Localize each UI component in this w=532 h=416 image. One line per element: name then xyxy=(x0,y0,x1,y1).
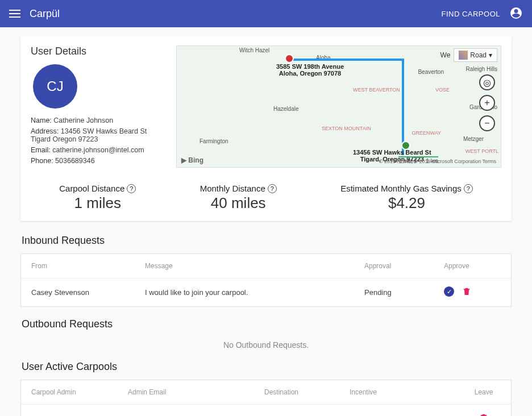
user-phone: 5036689346 xyxy=(55,157,95,165)
table-row: Catherine Johnson catherine.johnson@inte… xyxy=(21,405,511,416)
leave-button[interactable] xyxy=(467,413,501,416)
zoom-in-button[interactable]: + xyxy=(479,95,495,111)
locate-icon: ◎ xyxy=(483,77,491,88)
we-label: We xyxy=(440,51,451,59)
col-incentive: Incentive xyxy=(350,388,467,396)
inbound-approval: Pending xyxy=(364,288,444,297)
user-details-card: User Details CJ Name: Catherine Johnson … xyxy=(20,36,512,221)
outbound-title: Outbound Requests xyxy=(22,318,512,330)
col-email: Admin Email xyxy=(128,388,264,396)
col-approval: Approval xyxy=(364,262,444,270)
map-place-vose: VOSE xyxy=(435,87,450,93)
map-copyright: © 2019 HERE, © 2019 Microsoft Corporatio… xyxy=(379,159,496,164)
inbound-msg: I would like to join your carpool. xyxy=(145,288,364,297)
user-email: catherine.johnson@intel.com xyxy=(52,146,144,154)
user-email-line: Email: catherine.johnson@intel.com xyxy=(31,146,167,154)
carpool-distance-value: 1 miles xyxy=(59,194,136,212)
table-row: Casey Stevenson I would like to join you… xyxy=(21,278,511,306)
map-toolbar: We Road ▾ xyxy=(440,48,497,62)
app-bar-left: Carpül xyxy=(9,8,60,20)
stats-row: Carpool Distance ? 1 miles Monthly Dista… xyxy=(31,184,501,212)
app-bar: Carpül FIND CARPOOL xyxy=(0,0,532,27)
map-controls: ◎ + − xyxy=(479,74,495,131)
route-map[interactable]: Witch Hazel Aloha Beaverton Raleigh Hill… xyxy=(176,45,501,168)
account-icon[interactable] xyxy=(509,6,523,22)
find-carpool-link[interactable]: FIND CARPOOL xyxy=(441,10,500,18)
minus-icon: − xyxy=(484,118,489,128)
help-icon[interactable]: ? xyxy=(464,184,473,193)
map-place-greenway: GREENWAY xyxy=(412,130,441,136)
map-label-destination: 3585 SW 198th AvenueAloha, Oregon 97078 xyxy=(276,63,344,77)
chevron-down-icon: ▾ xyxy=(489,51,492,59)
map-place-hazeldale: Hazeldale xyxy=(273,106,298,112)
stat-carpool-distance: Carpool Distance ? 1 miles xyxy=(59,184,136,212)
help-icon[interactable]: ? xyxy=(127,184,136,193)
check-icon: ✓ xyxy=(447,288,452,296)
savings-value: $4.29 xyxy=(340,194,473,212)
plus-icon: + xyxy=(484,98,489,108)
col-admin: Carpool Admin xyxy=(31,388,128,396)
road-label: Road xyxy=(470,51,487,59)
stat-monthly-distance: Monthly Distance ? 40 miles xyxy=(200,184,277,212)
user-address-line: Address: 13456 SW Hawks Beard St Tigard … xyxy=(31,127,167,143)
phone-label: Phone: xyxy=(31,157,55,165)
carpool-distance-label: Carpool Distance xyxy=(59,184,124,193)
user-details-title: User Details xyxy=(31,45,167,57)
col-dest: Destination xyxy=(264,388,350,396)
map-place-raleigh: Raleigh Hills xyxy=(466,66,497,72)
map-place-witch-hazel: Witch Hazel xyxy=(239,47,269,53)
map-place-west-beaverton: WEST BEAVERTON xyxy=(353,87,400,93)
user-name: Catherine Johnson xyxy=(53,117,113,124)
map-style-select[interactable]: Road ▾ xyxy=(454,48,497,62)
monthly-distance-label: Monthly Distance xyxy=(200,184,265,193)
map-place-westport: WEST PORTL xyxy=(466,148,498,154)
zoom-out-button[interactable]: − xyxy=(479,115,495,131)
active-header-row: Carpool Admin Admin Email Destination In… xyxy=(21,380,511,405)
marker-b-icon xyxy=(285,54,294,63)
avatar: CJ xyxy=(33,64,77,109)
approve-button[interactable]: ✓ xyxy=(444,286,454,297)
map-place-beaverton: Beaverton xyxy=(418,69,444,75)
map-place-sexton: SEXTON MOUNTAIN xyxy=(322,126,371,131)
col-leave: Leave xyxy=(467,388,501,396)
active-table: Carpool Admin Admin Email Destination In… xyxy=(20,380,512,416)
user-name-line: Name: Catherine Johnson xyxy=(31,117,167,124)
inbound-title: Inbound Requests xyxy=(22,235,512,247)
inbound-header-row: From Message Approval Approve xyxy=(21,254,511,278)
map-place-metzger: Metzger xyxy=(463,136,484,142)
address-label: Address: xyxy=(31,127,61,135)
email-label: Email: xyxy=(31,146,52,154)
app-bar-right: FIND CARPOOL xyxy=(441,6,523,22)
inbound-from: Casey Stevenson xyxy=(31,288,145,297)
inbound-table: From Message Approval Approve Casey Stev… xyxy=(20,253,512,307)
col-msg: Message xyxy=(145,262,364,270)
monthly-distance-value: 40 miles xyxy=(200,194,277,212)
stat-savings: Estimated Monthly Gas Savings ? $4.29 xyxy=(340,184,473,212)
col-from: From xyxy=(31,262,145,270)
app-title: Carpül xyxy=(30,8,60,20)
delete-button[interactable] xyxy=(462,286,471,298)
name-label: Name: xyxy=(31,117,53,124)
outbound-empty: No Outbound Requests. xyxy=(20,337,512,355)
road-swatch-icon xyxy=(459,51,468,60)
route-segment xyxy=(290,59,404,61)
menu-icon[interactable] xyxy=(9,10,20,18)
user-phone-line: Phone: 5036689346 xyxy=(31,157,167,165)
help-icon[interactable]: ? xyxy=(268,184,277,193)
col-approve: Approve xyxy=(444,262,501,270)
savings-label: Estimated Monthly Gas Savings xyxy=(340,184,462,193)
map-place-farmington: Farmington xyxy=(200,138,228,144)
bing-logo: ▶ Bing xyxy=(181,156,203,164)
active-title: User Active Carpools xyxy=(22,361,512,373)
locate-button[interactable]: ◎ xyxy=(479,74,495,90)
